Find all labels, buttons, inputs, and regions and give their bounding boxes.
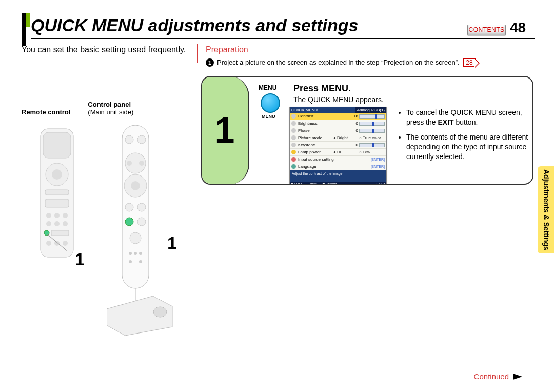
arrow-right-icon <box>513 374 522 380</box>
preparation-step-number: 1 <box>206 58 214 67</box>
page-reference-link[interactable]: 28 <box>463 58 475 67</box>
svg-point-34 <box>139 260 142 263</box>
quick-menu-row: Language[ENTER] <box>290 163 386 170</box>
step-note: To cancel the QUICK MENU screen, press t… <box>406 108 532 127</box>
step-1-box: 1 MENU MENU Press MENU. The QUICK MENU a… <box>201 76 533 185</box>
phase-icon <box>291 128 296 133</box>
svg-point-35 <box>153 307 167 317</box>
keystone-icon <box>291 143 296 147</box>
svg-point-3 <box>52 169 62 180</box>
svg-point-24 <box>131 181 140 190</box>
svg-point-31 <box>134 252 137 255</box>
title-bar-left <box>22 13 26 46</box>
svg-point-21 <box>127 161 132 166</box>
svg-rect-5 <box>45 199 69 207</box>
section-tab-label: Adjustments & Settings <box>542 169 549 250</box>
remote-control-illustration <box>40 128 74 272</box>
intro-text: You can set the basic setting used frequ… <box>22 45 186 54</box>
svg-rect-4 <box>45 190 69 195</box>
quick-menu-footer: ■ FULL ⬥ Item ◀▶ Adjust ● Quit <box>290 182 386 185</box>
svg-point-10 <box>54 221 60 226</box>
source-icon <box>291 157 296 162</box>
page-number: 48 <box>510 19 526 36</box>
column-rule <box>197 44 198 63</box>
svg-point-30 <box>129 252 132 255</box>
callout-number-panel: 1 <box>167 233 177 253</box>
quick-menu-row: Keystone0 <box>290 142 386 149</box>
step-note: The contents of the menu are different d… <box>406 132 532 162</box>
control-panel-illustration <box>107 124 173 340</box>
callout-number-remote: 1 <box>75 249 85 269</box>
svg-point-18 <box>125 135 133 144</box>
quick-menu-title: QUICK MENU <box>290 107 355 113</box>
svg-rect-13 <box>51 230 69 236</box>
svg-point-9 <box>46 221 51 226</box>
quick-menu-caption: Adjust the contrast of the image. <box>290 170 386 182</box>
quick-menu-screenshot: QUICK MENU Analog RGB(1) Contrast+6 Brig… <box>289 107 387 185</box>
quick-menu-row: Brightness0 <box>290 120 386 127</box>
quick-menu-row: Phase0 <box>290 127 386 134</box>
preparation-heading: Preparation <box>206 45 248 54</box>
svg-point-26 <box>137 203 146 211</box>
svg-point-8 <box>63 213 68 218</box>
quick-menu-source: Analog RGB(1) <box>355 107 386 113</box>
menu-button-label: MENU <box>259 84 276 91</box>
svg-point-14 <box>46 241 51 246</box>
svg-point-6 <box>46 213 51 218</box>
remote-control-label: Remote control <box>22 108 70 116</box>
control-panel-label: Control panel <box>88 101 133 108</box>
page-title: QUICK MENU adjustments and settings <box>31 15 359 35</box>
lamp-icon <box>291 150 296 154</box>
half-circle-icon <box>291 114 296 119</box>
title-rule <box>31 38 535 39</box>
sun-icon <box>291 121 296 126</box>
menu-separator <box>254 112 283 112</box>
quick-menu-row: Lamp power● Hi○ Low <box>290 149 386 156</box>
continued-label: Continued <box>474 372 522 381</box>
control-panel-sub: (Main unit side) <box>88 108 133 116</box>
picture-icon <box>291 135 296 140</box>
svg-point-32 <box>139 252 142 255</box>
quick-menu-row: Contrast+6 <box>290 113 386 120</box>
quick-menu-row: Picture mode● Bright○ True color <box>290 134 386 142</box>
preparation-text: Project a picture on the screen as expla… <box>217 58 476 67</box>
step-subtext: The QUICK MENU appears. <box>293 95 384 104</box>
svg-point-7 <box>54 213 60 218</box>
svg-point-11 <box>63 221 68 226</box>
svg-rect-1 <box>43 132 71 158</box>
menu-sub-label: MENU <box>262 114 275 119</box>
step-notes: To cancel the QUICK MENU screen, press t… <box>397 108 532 166</box>
leader-line <box>130 222 165 222</box>
section-tab[interactable]: Adjustments & Settings <box>538 166 554 253</box>
device-labels: Remote control Control panel (Main unit … <box>22 101 196 116</box>
quick-menu-row: Input source setting[ENTER] <box>290 156 386 163</box>
svg-point-19 <box>137 135 146 144</box>
step-heading: Press MENU. <box>293 83 351 94</box>
contents-button[interactable]: CONTENTS <box>467 25 506 35</box>
preparation-sentence: Project a picture on the screen as expla… <box>217 58 460 66</box>
svg-point-33 <box>129 260 132 263</box>
svg-point-16 <box>63 241 68 246</box>
globe-icon <box>291 164 296 169</box>
title-accent <box>26 13 30 27</box>
svg-point-25 <box>125 203 133 211</box>
step-number-chip: 1 <box>201 76 249 185</box>
svg-point-22 <box>139 161 144 166</box>
svg-point-29 <box>130 232 141 244</box>
menu-button-icon <box>261 93 280 113</box>
